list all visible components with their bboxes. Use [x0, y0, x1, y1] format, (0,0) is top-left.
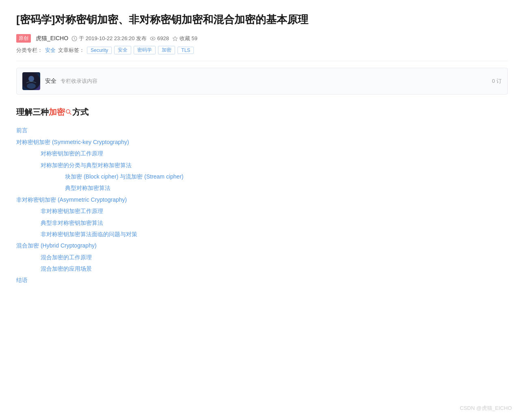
column-card-left: 安全 专栏收录该内容 — [22, 72, 97, 90]
toc-link-hybrid-scenarios[interactable]: 混合加密的应用场景 — [41, 265, 92, 272]
category-link[interactable]: 安全 — [45, 47, 56, 54]
toc-item: 对称密钥加密的工作原理 — [16, 149, 508, 158]
svg-marker-3 — [173, 36, 178, 41]
toc-link-foreword[interactable]: 前言 — [16, 127, 28, 134]
toc-link-symmetric[interactable]: 对称密钥加密 (Symmetric-key Cryptography) — [16, 139, 129, 145]
toc-link-asymmetric-principle[interactable]: 非对称密钥加密工作原理 — [41, 208, 103, 214]
toc-link-symmetric-principle[interactable]: 对称密钥加密的工作原理 — [41, 150, 103, 157]
tag-anquan[interactable]: 安全 — [114, 46, 131, 54]
star-icon — [172, 36, 178, 41]
tag-encrypt[interactable]: 加密 — [158, 46, 175, 54]
toc-item: 前言 — [16, 126, 508, 135]
column-name[interactable]: 安全 — [45, 78, 56, 84]
table-of-contents: 前言 对称密钥加密 (Symmetric-key Cryptography) 对… — [16, 126, 508, 284]
section-title-highlight: 加密 — [49, 108, 65, 116]
column-card: 安全 专栏收录该内容 0 订 — [16, 68, 508, 95]
toc-link-asymmetric-issues[interactable]: 非对称密钥加密算法面临的问题与对策 — [41, 231, 137, 237]
views-count: 6928 — [150, 35, 169, 41]
column-avatar — [22, 72, 40, 90]
toc-link-hybrid-principle[interactable]: 混合加密的工作原理 — [41, 254, 92, 261]
category-label: 分类专栏： — [16, 47, 43, 54]
column-info: 安全 专栏收录该内容 — [45, 78, 97, 85]
svg-point-2 — [152, 38, 154, 39]
author-name[interactable]: 虎猫_EICHO — [36, 35, 68, 42]
section-title-prefix: 理解三种 — [16, 108, 49, 116]
toc-item: 对称密钥加密 (Symmetric-key Cryptography) — [16, 138, 508, 146]
toc-link-typical-symmetric[interactable]: 典型对称加密算法 — [65, 185, 110, 191]
svg-point-5 — [28, 76, 34, 82]
toc-item: 非对称密钥加密算法面临的问题与对策 — [16, 230, 508, 239]
search-icon — [65, 109, 72, 115]
section-title: 理解三种加密方式 — [16, 107, 508, 118]
clock-icon — [71, 36, 77, 41]
toc-item: 非对称密钥加密 (Asymmetric Cryptography) — [16, 195, 508, 204]
toc-link-conclusion[interactable]: 结语 — [16, 277, 28, 283]
toc-link-asymmetric[interactable]: 非对称密钥加密 (Asymmetric Cryptography) — [16, 196, 127, 203]
tags-label: 文章标签： — [58, 47, 84, 54]
tag-security[interactable]: Security — [87, 47, 112, 54]
toc-item: 块加密 (Block cipher) 与流加密 (Stream cipher) — [16, 172, 508, 181]
toc-link-typical-asymmetric[interactable]: 典型非对称密钥加密算法 — [41, 220, 103, 226]
toc-item: 对称加密的分类与典型对称加密算法 — [16, 161, 508, 170]
toc-item: 结语 — [16, 276, 508, 284]
publish-time: 于 2019-10-22 23:26:20 发布 — [71, 35, 147, 42]
toc-link-block-stream[interactable]: 块加密 (Block cipher) 与流加密 (Stream cipher) — [65, 173, 184, 180]
tag-cryptography[interactable]: 密码学 — [134, 46, 156, 54]
tag-tls[interactable]: TLS — [178, 47, 194, 54]
original-badge: 原创 — [16, 34, 31, 43]
collect-count: 收藏 59 — [172, 35, 197, 42]
svg-line-8 — [69, 113, 71, 114]
toc-link-symmetric-types[interactable]: 对称加密的分类与典型对称加密算法 — [41, 162, 132, 168]
column-subscribe-count: 0 订 — [492, 78, 502, 85]
toc-item: 混合加密 (Hybrid Cryptography) — [16, 241, 508, 250]
toc-item: 典型对称加密算法 — [16, 183, 508, 192]
article-title: [密码学]对称密钥加密、非对称密钥加密和混合加密的基本原理 — [16, 12, 508, 27]
meta-row: 原创 虎猫_EICHO 于 2019-10-22 23:26:20 发布 692… — [16, 34, 508, 43]
svg-point-6 — [27, 83, 36, 89]
toc-item: 混合加密的应用场景 — [16, 264, 508, 273]
toc-link-hybrid[interactable]: 混合加密 (Hybrid Cryptography) — [16, 242, 97, 249]
section-title-suffix: 方式 — [72, 108, 89, 116]
column-avatar-image — [22, 72, 40, 90]
tags-row: 分类专栏： 安全 文章标签： Security 安全 密码学 加密 TLS — [16, 46, 508, 54]
toc-item: 典型非对称密钥加密算法 — [16, 218, 508, 227]
eye-icon — [150, 36, 156, 41]
toc-item: 混合加密的工作原理 — [16, 253, 508, 262]
divider-1 — [16, 61, 508, 61]
toc-item: 非对称密钥加密工作原理 — [16, 207, 508, 215]
column-desc: 专栏收录该内容 — [61, 78, 97, 84]
